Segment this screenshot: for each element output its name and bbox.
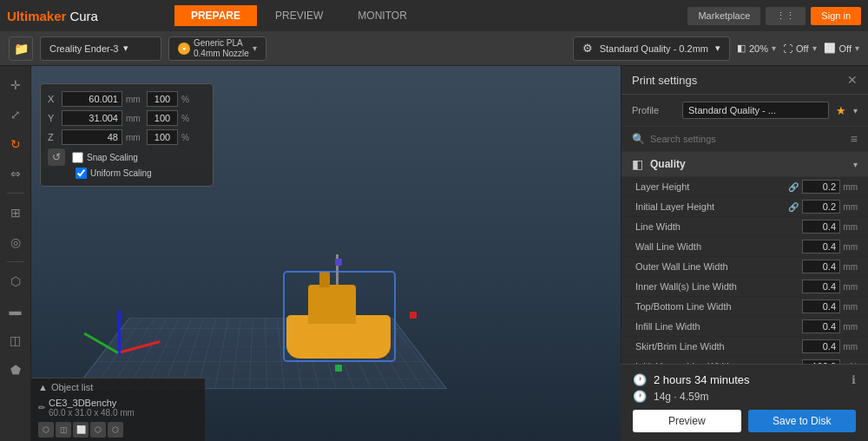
setting-unit-2: mm xyxy=(842,222,858,232)
setting-value-6[interactable] xyxy=(802,299,840,313)
setting-name-0: Layer Height xyxy=(635,181,788,192)
x-pct-label: % xyxy=(181,95,189,104)
reset-transform-button[interactable]: ↺ xyxy=(48,148,65,166)
settings-search-input[interactable] xyxy=(650,134,845,144)
object-item[interactable]: ✏ CE3_3DBenchy 60.0 x 31.0 x 48.0 mm xyxy=(38,396,198,419)
material-brand: Generic PLA xyxy=(194,38,249,49)
sidebar-tool-10[interactable]: ⬟ xyxy=(3,358,28,382)
marketplace-button[interactable]: Marketplace xyxy=(687,7,760,25)
grid-button[interactable]: ⋮⋮ xyxy=(766,7,806,25)
quality-section-header[interactable]: ◧ Quality ▾ xyxy=(621,152,868,177)
left-sidebar: ✛ ⤢ ↻ ⇔ ⊞ ◎ ⬡ ▬ ◫ ⬟ xyxy=(0,66,31,441)
panel-header: Print settings ✕ xyxy=(621,66,868,95)
open-file-button[interactable]: 📁 xyxy=(9,36,33,61)
quality-selector[interactable]: ⚙ Standard Quality - 0.2mm ▾ xyxy=(573,36,730,61)
object-item-name: CE3_3DBenchy xyxy=(49,398,135,408)
setting-value-0[interactable] xyxy=(802,180,840,194)
z-value-input[interactable] xyxy=(62,129,122,145)
sidebar-tool-8[interactable]: ▬ xyxy=(3,299,28,323)
uniform-scaling-checkbox[interactable]: Uniform Scaling xyxy=(76,168,152,179)
sidebar-tool-9[interactable]: ◫ xyxy=(3,328,28,352)
sidebar-mirror-tool[interactable]: ⇔ xyxy=(3,161,28,186)
transform-handle-bottom[interactable] xyxy=(335,365,342,372)
setting-value-2[interactable] xyxy=(802,220,840,234)
panel-close-button[interactable]: ✕ xyxy=(847,73,858,87)
sidebar-scale-tool[interactable]: ⤢ xyxy=(3,102,28,127)
save-to-disk-button[interactable]: Save to Disk xyxy=(748,410,857,432)
panel-title: Print settings xyxy=(632,74,697,87)
tab-prepare[interactable]: PREPARE xyxy=(174,5,257,26)
setting-value-8[interactable] xyxy=(802,339,840,353)
sidebar-tool-7[interactable]: ⬡ xyxy=(3,269,28,293)
obj-action-4[interactable]: ⬡ xyxy=(90,422,106,438)
y-pct-input[interactable] xyxy=(147,110,178,126)
object-item-info: CE3_3DBenchy 60.0 x 31.0 x 48.0 mm xyxy=(49,398,135,418)
setting-value-4[interactable] xyxy=(802,260,840,273)
infill-icon: ◧ xyxy=(737,43,746,54)
profile-select[interactable]: Standard Quality - ... xyxy=(682,102,829,119)
sidebar-rotate-tool[interactable]: ↻ xyxy=(3,132,28,156)
x-axis xyxy=(118,340,161,354)
preview-button[interactable]: Preview xyxy=(633,410,741,432)
obj-action-5[interactable]: ⬡ xyxy=(108,422,123,438)
material-chevron: ▾ xyxy=(253,43,257,53)
adhesion-control: ⬜ Off ▾ xyxy=(824,43,859,54)
quality-section-chevron: ▾ xyxy=(853,160,858,169)
material-info: Generic PLA 0.4mm Nozzle xyxy=(194,38,249,59)
top-navigation: Ultimaker Cura PREPARE PREVIEW MONITOR M… xyxy=(0,0,868,31)
sidebar-move-tool[interactable]: ✛ xyxy=(3,73,28,97)
uniform-scaling-input[interactable] xyxy=(76,168,87,179)
snap-scaling-checkbox[interactable]: Snap Scaling xyxy=(72,152,138,163)
object-list-header[interactable]: ▲ Object list xyxy=(38,382,198,392)
obj-action-2[interactable]: ◫ xyxy=(56,422,71,438)
sidebar-tool-5[interactable]: ⊞ xyxy=(3,201,28,225)
setting-value-1[interactable] xyxy=(802,200,840,214)
transform-handle-top[interactable] xyxy=(335,259,342,266)
signin-button[interactable]: Sign in xyxy=(811,7,861,25)
setting-value-5[interactable] xyxy=(802,280,840,293)
support-control: ⛶ Off ▾ xyxy=(783,43,816,54)
profile-star-icon[interactable]: ★ xyxy=(836,104,846,117)
time-estimate-row: 🕐 2 hours 34 minutes ℹ xyxy=(633,373,856,386)
tab-preview[interactable]: PREVIEW xyxy=(259,5,339,26)
settings-menu-icon[interactable]: ≡ xyxy=(851,132,858,146)
infill-value: 20% xyxy=(749,43,768,54)
z-axis xyxy=(83,332,118,354)
setting-link-1[interactable]: 🔗 xyxy=(788,202,799,212)
profile-row: Profile Standard Quality - ... ★ ▾ xyxy=(621,95,868,127)
time-info-icon[interactable]: ℹ xyxy=(852,373,856,386)
obj-action-3[interactable]: ⬜ xyxy=(73,422,89,438)
x-pct-input[interactable] xyxy=(147,91,178,107)
z-unit: mm xyxy=(126,133,143,142)
y-value-input[interactable] xyxy=(62,110,122,126)
weight-estimate-value: 14g · 4.59m xyxy=(654,391,708,403)
transform-z-row: Z mm % xyxy=(48,129,206,145)
profile-chevron[interactable]: ▾ xyxy=(853,106,858,115)
printer-name: Creality Ender-3 xyxy=(49,43,118,54)
printer-selector[interactable]: Creality Ender-3 ▾ xyxy=(40,36,161,61)
transform-handle-right[interactable] xyxy=(410,312,417,319)
setting-value-7[interactable] xyxy=(802,319,840,333)
z-pct-input[interactable] xyxy=(147,129,178,145)
setting-link-0[interactable]: 🔗 xyxy=(788,182,799,192)
x-axis-label: X xyxy=(48,94,58,104)
3d-model[interactable] xyxy=(278,272,399,359)
y-axis-label: Y xyxy=(48,113,58,123)
setting-row-4: Outer Wall Line Width mm xyxy=(621,257,868,277)
x-unit: mm xyxy=(126,95,143,104)
x-value-input[interactable] xyxy=(62,91,122,107)
sidebar-tool-6[interactable]: ◎ xyxy=(3,230,28,254)
tab-monitor[interactable]: MONITOR xyxy=(341,5,423,26)
time-icon: 🕐 xyxy=(633,373,647,386)
setting-name-3: Wall Line Width xyxy=(635,241,802,252)
time-estimate-value: 2 hours 34 minutes xyxy=(654,373,750,386)
snap-scaling-input[interactable] xyxy=(72,152,83,163)
setting-value-3[interactable] xyxy=(802,240,840,253)
transform-options: ↺ Snap Scaling xyxy=(48,148,206,166)
logo-brand: Ultimaker xyxy=(7,9,66,23)
object-item-size: 60.0 x 31.0 x 48.0 mm xyxy=(49,408,135,418)
obj-action-1[interactable]: ⬡ xyxy=(38,422,54,438)
3d-viewport[interactable]: X mm % Y mm % Z mm % ↺ xyxy=(31,66,621,441)
material-selector[interactable]: ● Generic PLA 0.4mm Nozzle ▾ xyxy=(168,36,266,61)
material-dot: ● xyxy=(178,43,190,55)
